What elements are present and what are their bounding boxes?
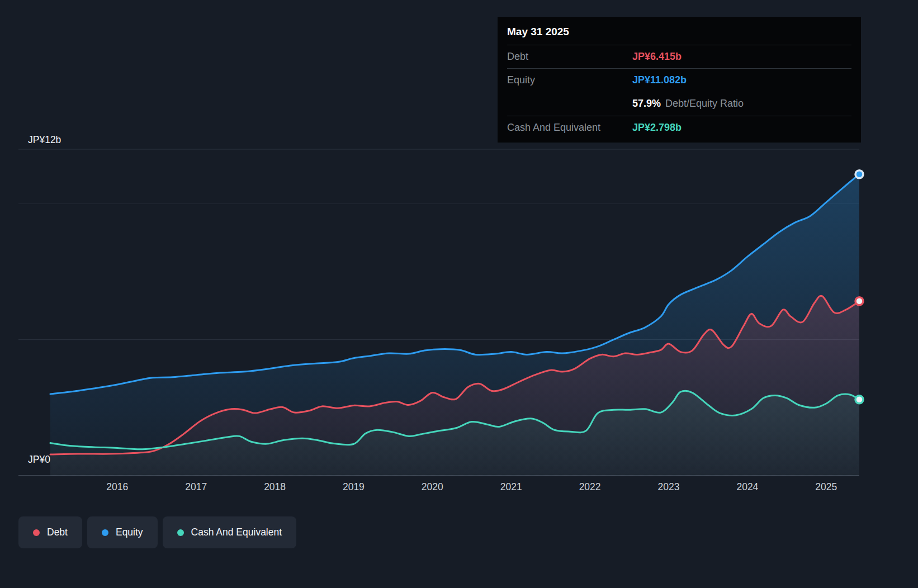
legend-item-label: Cash And Equivalent (191, 527, 282, 538)
series-areas (50, 174, 859, 476)
balance-sheet-chart: JP¥12b JP¥0 2016201720182019202020212022… (0, 0, 918, 588)
tooltip-debt-label: Debt (507, 51, 632, 63)
equity-dot-icon (102, 529, 108, 536)
tooltip-cash-label: Cash And Equivalent (507, 122, 632, 134)
y-axis-label-top: JP¥12b (28, 134, 61, 146)
y-axis-label-bottom: JP¥0 (28, 454, 50, 466)
legend-item-label: Debt (47, 527, 68, 538)
series-endpoint-equity (855, 170, 863, 178)
chart-legend: Debt Equity Cash And Equivalent (18, 516, 296, 548)
chart-tooltip: May 31 2025 Debt JP¥6.415b Equity JP¥11.… (498, 17, 861, 143)
tooltip-cash-value: JP¥2.798b (632, 122, 682, 134)
legend-item-debt[interactable]: Debt (18, 516, 82, 548)
legend-item-equity[interactable]: Equity (87, 516, 158, 548)
tooltip-debt-value: JP¥6.415b (632, 51, 682, 63)
tooltip-equity-value: JP¥11.082b (632, 74, 687, 87)
tooltip-row-debt: Debt JP¥6.415b (507, 45, 851, 69)
cash-dot-icon (177, 529, 184, 536)
tooltip-row-equity: Equity JP¥11.082b (507, 68, 851, 92)
debt-dot-icon (33, 529, 40, 536)
legend-item-label: Equity (116, 527, 143, 538)
legend-item-cash[interactable]: Cash And Equivalent (163, 516, 296, 548)
tooltip-row-ratio: 57.9% Debt/Equity Ratio (507, 92, 851, 116)
tooltip-ratio-label: Debt/Equity Ratio (665, 98, 744, 110)
tooltip-equity-label: Equity (507, 74, 632, 87)
tooltip-ratio-value: 57.9% (632, 98, 661, 110)
series-endpoint-debt (855, 297, 863, 305)
tooltip-date: May 31 2025 (507, 19, 851, 45)
series-endpoint-cash-and-equivalent (855, 396, 863, 404)
tooltip-row-cash: Cash And Equivalent JP¥2.798b (507, 116, 851, 140)
